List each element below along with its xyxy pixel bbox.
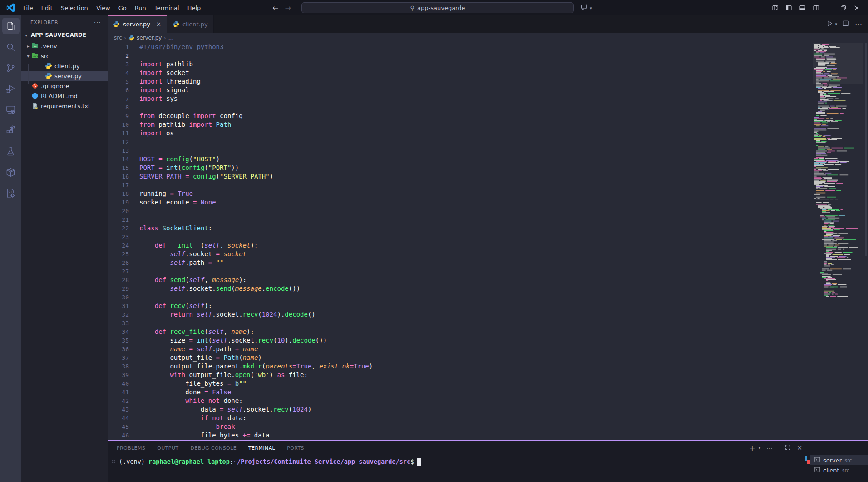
terminal-decoration-red xyxy=(807,460,810,464)
add-terminal-icon[interactable]: + xyxy=(749,444,755,452)
tab-label: client.py xyxy=(182,21,208,28)
line-number: 11 xyxy=(108,129,139,138)
chevron-down-icon[interactable]: ▾ xyxy=(759,446,761,450)
tools-icon[interactable]: C+ xyxy=(2,185,20,201)
tree-item--venv[interactable]: ▸.venv xyxy=(21,41,108,51)
restore-icon[interactable] xyxy=(837,2,849,14)
back-icon[interactable]: ← xyxy=(272,4,278,12)
line-number: 34 xyxy=(108,328,139,336)
explorer-icon[interactable] xyxy=(2,18,20,34)
tree-item-requirements-txt[interactable]: requirements.txt xyxy=(21,101,108,111)
terminal-list-item-client[interactable]: clientsrc xyxy=(810,465,868,475)
code-line: if not data: xyxy=(139,414,813,422)
sidebar-right-icon[interactable] xyxy=(810,2,822,14)
workspace-root[interactable]: ▾ APP-SAUVEGARDE xyxy=(21,29,108,41)
folder-src-icon: </> xyxy=(31,52,39,60)
sidebar-left-icon[interactable] xyxy=(783,2,794,14)
panel-tab-terminal[interactable]: TERMINAL xyxy=(248,442,275,454)
terminal-name: server xyxy=(823,457,842,464)
line-number: 45 xyxy=(108,422,139,431)
containers-icon[interactable] xyxy=(2,164,20,180)
code-editor[interactable]: 1234567891011121314151617181920212223242… xyxy=(108,43,868,440)
remote-explorer-icon[interactable] xyxy=(2,101,20,118)
folder-venv-icon xyxy=(31,42,39,50)
python-icon xyxy=(113,21,120,28)
menu-terminal[interactable]: Terminal xyxy=(150,5,183,11)
copilot-menu[interactable]: ▾ xyxy=(581,3,592,13)
minimap-marks xyxy=(813,43,863,439)
minimize-icon[interactable] xyxy=(824,2,835,14)
search-icon[interactable] xyxy=(2,39,20,55)
close-tab-icon[interactable]: ✕ xyxy=(156,21,161,28)
code-line: SERVER_PATH = config("SERVER_PATH") xyxy=(139,172,813,181)
code-line: class SocketClient: xyxy=(139,224,813,233)
breadcrumb-item[interactable]: src xyxy=(114,35,122,41)
code-line xyxy=(139,146,813,155)
menu-view[interactable]: View xyxy=(92,5,114,11)
panel-tab-ports[interactable]: PORTS xyxy=(287,442,304,454)
ellipsis-icon[interactable]: ··· xyxy=(94,19,101,26)
tab-server-py[interactable]: server.py✕ xyxy=(108,15,167,33)
venv-prefix: (.venv) xyxy=(119,458,148,465)
terminal[interactable]: (.venv) raphael@raphael-laptop : ~/Proje… xyxy=(108,455,810,482)
tree-item--gitignore[interactable]: .gitignore xyxy=(21,81,108,91)
code-line: PORT = int(config("PORT")) xyxy=(139,164,813,172)
tab-client-py[interactable]: client.py xyxy=(167,15,214,33)
terminal-prompt-symbol: $ xyxy=(410,458,414,465)
code-line: data = self.socket.recv(1024) xyxy=(139,405,813,414)
layout-grid-icon[interactable] xyxy=(769,2,781,14)
menu-selection[interactable]: Selection xyxy=(57,5,92,11)
more-actions-icon[interactable]: ⋯ xyxy=(855,20,863,29)
tree-item-readme-md[interactable]: README.md xyxy=(21,91,108,101)
close-panel-icon[interactable]: ✕ xyxy=(797,444,802,452)
breadcrumb-item[interactable]: server.py xyxy=(137,35,162,41)
menu-help[interactable]: Help xyxy=(183,5,205,11)
terminal-separator: : xyxy=(230,458,233,465)
line-number: 8 xyxy=(108,103,139,112)
chevron-down-icon[interactable]: ▾ xyxy=(835,22,837,26)
minimap[interactable] xyxy=(813,43,863,440)
copilot-icon xyxy=(581,3,588,13)
line-number: 35 xyxy=(108,336,139,345)
terminal-icon xyxy=(814,457,820,464)
menu-edit[interactable]: Edit xyxy=(37,5,57,11)
menu-run[interactable]: Run xyxy=(131,5,150,11)
editor-scrollbar[interactable] xyxy=(865,43,867,256)
testing-icon[interactable] xyxy=(2,143,20,159)
code-line xyxy=(139,138,813,146)
editor-actions: ▾ ⋯ xyxy=(826,15,863,33)
code-line xyxy=(139,293,813,302)
extensions-icon[interactable] xyxy=(2,122,20,139)
ellipsis-icon[interactable]: ⋯ xyxy=(766,444,773,452)
breadcrumb-item[interactable]: ... xyxy=(168,35,173,41)
panel-tab-output[interactable]: OUTPUT xyxy=(157,442,178,454)
forward-icon[interactable]: → xyxy=(285,4,291,12)
tree-item-src[interactable]: ▾</>src xyxy=(21,51,108,61)
source-control-icon[interactable] xyxy=(2,60,20,76)
menu-file[interactable]: File xyxy=(19,5,37,11)
divider xyxy=(779,445,779,451)
code-line xyxy=(139,319,813,328)
close-icon[interactable] xyxy=(851,2,863,14)
tree-item-client-py[interactable]: client.py xyxy=(21,61,108,71)
terminal-icon xyxy=(814,467,820,474)
split-editor-icon[interactable] xyxy=(843,20,849,29)
run-python-file-icon[interactable] xyxy=(826,20,833,29)
panel-tab-problems[interactable]: PROBLEMS xyxy=(117,442,145,454)
terminal-list-item-server[interactable]: serversrc xyxy=(810,455,868,465)
code-line: with output_file.open('wb') as file: xyxy=(139,371,813,379)
code-line xyxy=(139,51,813,60)
maximize-panel-icon[interactable] xyxy=(785,444,791,452)
panel-tab-debug-console[interactable]: DEBUG CONSOLE xyxy=(190,442,237,454)
line-number: 22 xyxy=(108,224,139,233)
run-debug-icon[interactable] xyxy=(2,80,20,97)
menu-go[interactable]: Go xyxy=(114,5,131,11)
panel-bottom-icon[interactable] xyxy=(796,2,808,14)
code-line: import sys xyxy=(139,94,813,103)
code-line: def recv_file(self, name): xyxy=(139,328,813,336)
line-number: 14 xyxy=(108,155,139,164)
tree-item-server-py[interactable]: server.py xyxy=(21,71,108,81)
command-center-search[interactable]: ⚲ app-sauvegarde xyxy=(301,2,574,13)
svg-text:C+: C+ xyxy=(9,190,13,193)
line-number: 40 xyxy=(108,379,139,388)
